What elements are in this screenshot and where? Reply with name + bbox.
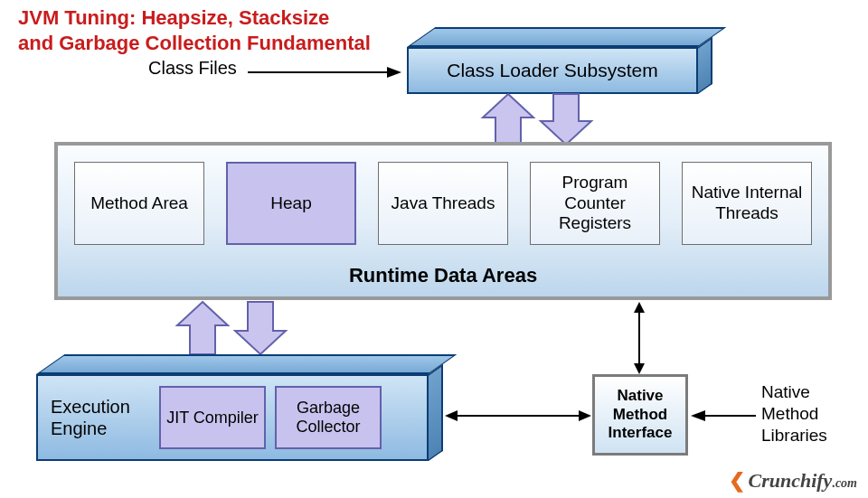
- rda-java-threads: Java Threads: [378, 162, 508, 245]
- fat-arrow-down-loader: [541, 94, 591, 145]
- svg-marker-13: [691, 410, 705, 421]
- svg-marker-11: [579, 410, 591, 421]
- native-method-interface-box: Native Method Interface: [592, 374, 688, 456]
- jit-compiler-box: JIT Compiler: [159, 386, 266, 449]
- rda-method-area: Method Area: [74, 162, 204, 245]
- fat-arrow-up-loader: [483, 94, 533, 145]
- fat-arrow-up-exec: [177, 302, 228, 354]
- native-method-libraries-label: Native Method Libraries: [761, 381, 861, 446]
- logo-chevron-icon: ❮: [729, 469, 740, 492]
- svg-marker-4: [177, 302, 228, 354]
- title-line-2: and Garbage Collection Fundamental: [18, 32, 371, 54]
- page-title: JVM Tuning: Heapsize, Stacksize and Garb…: [18, 5, 371, 55]
- execution-engine-block: Execution Engine JIT Compiler Garbage Co…: [36, 354, 429, 461]
- svg-marker-7: [634, 302, 645, 313]
- logo-brand: Crunchify: [748, 469, 832, 492]
- rda-heap: Heap: [226, 162, 356, 245]
- execution-engine-label: Execution Engine: [51, 396, 150, 439]
- arrow-nml-to-nmi: [691, 409, 756, 422]
- garbage-collector-box: Garbage Collector: [275, 386, 382, 449]
- class-loader-block: Class Loader Subsystem: [407, 27, 698, 94]
- svg-marker-5: [235, 302, 286, 354]
- svg-marker-1: [387, 67, 401, 78]
- arrow-rda-nmi: [633, 302, 646, 374]
- arrow-exec-nmi: [445, 409, 591, 422]
- svg-marker-3: [541, 94, 591, 145]
- rda-native-threads: Native Internal Threads: [682, 162, 812, 245]
- logo-suffix: .com: [832, 476, 857, 490]
- crunchify-logo: ❮ Crunchify.com: [729, 469, 857, 493]
- runtime-data-areas-panel: Method Area Heap Java Threads Program Co…: [54, 142, 832, 300]
- svg-marker-8: [634, 363, 645, 374]
- arrow-classfiles-to-loader: [248, 66, 401, 79]
- title-line-1: JVM Tuning: Heapsize, Stacksize: [18, 6, 329, 29]
- class-loader-label: Class Loader Subsystem: [447, 60, 657, 81]
- fat-arrow-down-exec: [235, 302, 286, 354]
- svg-marker-2: [483, 94, 533, 145]
- svg-marker-10: [445, 410, 458, 421]
- class-files-label: Class Files: [148, 58, 237, 79]
- rda-pc-registers: Program Counter Registers: [530, 162, 660, 245]
- rda-title: Runtime Data Areas: [58, 264, 828, 287]
